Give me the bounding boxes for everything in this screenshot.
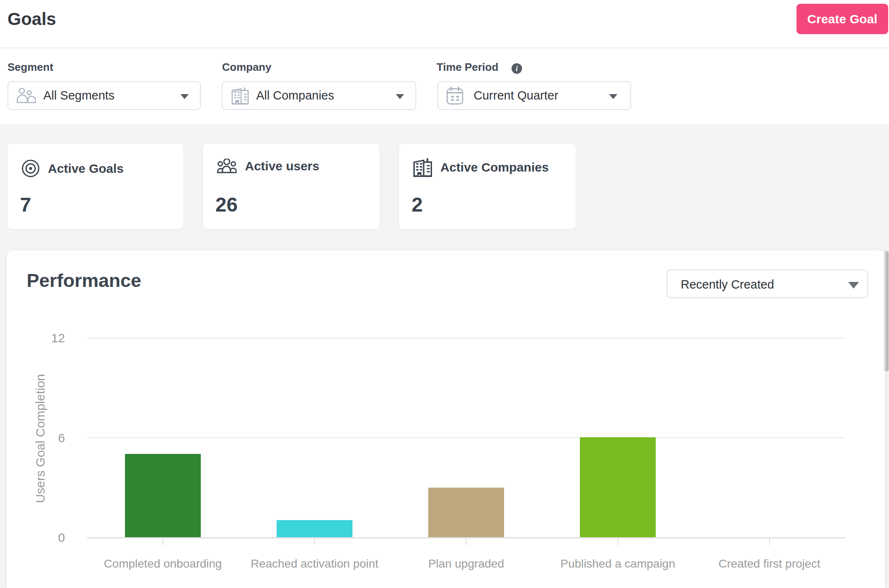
svg-text:i: i [516, 65, 518, 73]
